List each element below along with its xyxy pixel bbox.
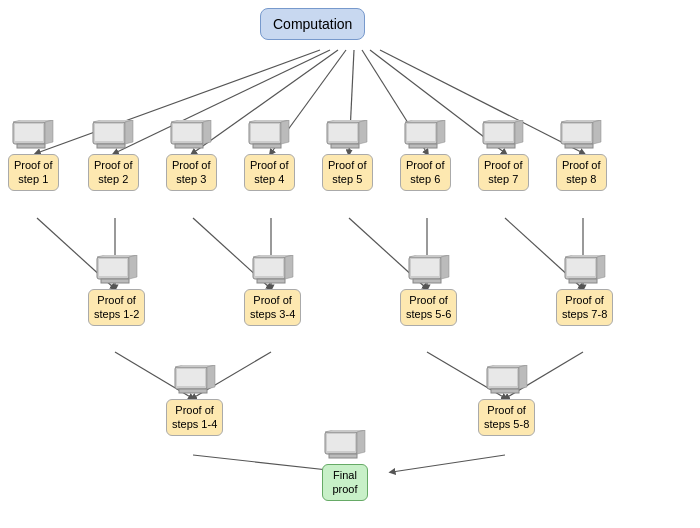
steps12-label: Proof ofsteps 1-2 — [88, 289, 145, 326]
svg-rect-44 — [331, 144, 359, 148]
svg-rect-38 — [251, 124, 279, 141]
svg-rect-34 — [175, 144, 203, 148]
computer-icon-steps56 — [407, 255, 451, 289]
svg-marker-76 — [441, 255, 449, 279]
computer-icon-step8 — [559, 120, 603, 154]
svg-marker-96 — [357, 430, 365, 454]
svg-marker-71 — [285, 255, 293, 279]
computation-label: Computation — [260, 8, 365, 40]
computer-icon-step2 — [91, 120, 135, 154]
svg-rect-48 — [407, 124, 435, 141]
step1-node: Proof ofstep 1 — [8, 120, 59, 191]
svg-rect-69 — [257, 279, 285, 283]
computer-icon-step7 — [481, 120, 525, 154]
step8-label: Proof ofstep 8 — [556, 154, 607, 191]
computer-icon-step6 — [403, 120, 447, 154]
steps56-node: Proof ofsteps 5-6 — [400, 255, 457, 326]
step8-node: Proof ofstep 8 — [556, 120, 607, 191]
steps14-label: Proof ofsteps 1-4 — [166, 399, 223, 436]
steps78-label: Proof ofsteps 7-8 — [556, 289, 613, 326]
step3-label: Proof ofstep 3 — [166, 154, 217, 191]
svg-line-21 — [392, 455, 505, 472]
svg-rect-94 — [329, 454, 357, 458]
step4-node: Proof ofstep 4 — [244, 120, 295, 191]
svg-rect-28 — [95, 124, 123, 141]
step5-label: Proof ofstep 5 — [322, 154, 373, 191]
svg-rect-79 — [569, 279, 597, 283]
computer-icon-steps58 — [485, 365, 529, 399]
svg-rect-64 — [101, 279, 129, 283]
svg-marker-26 — [45, 120, 53, 144]
svg-marker-86 — [207, 365, 215, 389]
steps12-node: Proof ofsteps 1-2 — [88, 255, 145, 326]
step7-label: Proof ofstep 7 — [478, 154, 529, 191]
computation-node: Computation — [260, 8, 365, 40]
steps78-node: Proof ofsteps 7-8 — [556, 255, 613, 326]
steps58-label: Proof ofsteps 5-8 — [478, 399, 535, 436]
svg-rect-78 — [567, 259, 595, 276]
step1-label: Proof ofstep 1 — [8, 154, 59, 191]
step6-label: Proof ofstep 6 — [400, 154, 451, 191]
svg-rect-23 — [15, 124, 43, 141]
steps58-node: Proof ofsteps 5-8 — [478, 365, 535, 436]
computer-icon-step4 — [247, 120, 291, 154]
svg-rect-24 — [17, 144, 45, 148]
steps14-node: Proof ofsteps 1-4 — [166, 365, 223, 436]
step5-node: Proof ofstep 5 — [322, 120, 373, 191]
final-node: Finalproof — [322, 430, 368, 501]
steps56-label: Proof ofsteps 5-6 — [400, 289, 457, 326]
final-label: Finalproof — [322, 464, 368, 501]
computer-icon-step1 — [11, 120, 55, 154]
svg-rect-59 — [565, 144, 593, 148]
svg-rect-83 — [177, 369, 205, 386]
steps34-label: Proof ofsteps 3-4 — [244, 289, 301, 326]
svg-rect-58 — [563, 124, 591, 141]
step4-label: Proof ofstep 4 — [244, 154, 295, 191]
svg-marker-81 — [597, 255, 605, 279]
steps34-node: Proof ofsteps 3-4 — [244, 255, 301, 326]
computer-icon-step5 — [325, 120, 369, 154]
svg-marker-46 — [359, 120, 367, 144]
svg-rect-88 — [489, 369, 517, 386]
svg-marker-91 — [519, 365, 527, 389]
svg-marker-61 — [593, 120, 601, 144]
step6-node: Proof ofstep 6 — [400, 120, 451, 191]
svg-marker-51 — [437, 120, 445, 144]
svg-marker-31 — [125, 120, 133, 144]
step7-node: Proof ofstep 7 — [478, 120, 529, 191]
svg-marker-36 — [203, 120, 211, 144]
svg-marker-66 — [129, 255, 137, 279]
svg-rect-68 — [255, 259, 283, 276]
step2-label: Proof ofstep 2 — [88, 154, 139, 191]
svg-rect-89 — [491, 389, 519, 393]
computer-icon-steps12 — [95, 255, 139, 289]
svg-rect-54 — [487, 144, 515, 148]
svg-rect-74 — [413, 279, 441, 283]
svg-rect-43 — [329, 124, 357, 141]
svg-marker-56 — [515, 120, 523, 144]
step2-node: Proof ofstep 2 — [88, 120, 139, 191]
computer-icon-steps78 — [563, 255, 607, 289]
svg-rect-39 — [253, 144, 281, 148]
svg-line-1 — [115, 50, 330, 153]
step3-node: Proof ofstep 3 — [166, 120, 217, 191]
svg-rect-29 — [97, 144, 125, 148]
svg-rect-53 — [485, 124, 513, 141]
computer-icon-step3 — [169, 120, 213, 154]
diagram: Computation Proof ofstep 1 Proof ofstep … — [0, 0, 700, 528]
svg-rect-93 — [327, 434, 355, 451]
computer-icon-final — [323, 430, 367, 464]
svg-rect-63 — [99, 259, 127, 276]
svg-rect-49 — [409, 144, 437, 148]
computer-icon-steps34 — [251, 255, 295, 289]
svg-rect-84 — [179, 389, 207, 393]
computer-icon-steps14 — [173, 365, 217, 399]
svg-rect-33 — [173, 124, 201, 141]
svg-rect-73 — [411, 259, 439, 276]
svg-marker-41 — [281, 120, 289, 144]
